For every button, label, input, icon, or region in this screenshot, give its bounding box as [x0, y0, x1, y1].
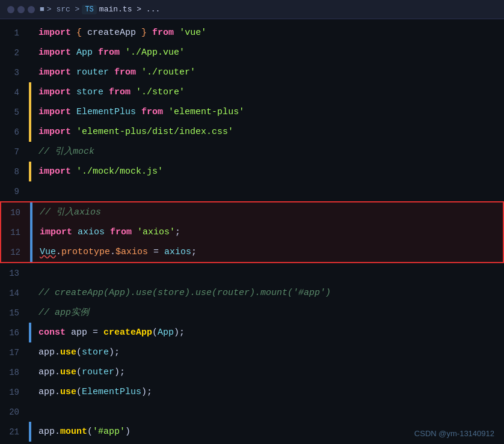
- code-line: 1import { createApp } from 'vue': [0, 23, 504, 43]
- line-number: 6: [0, 127, 29, 137]
- code-line: 20: [0, 402, 504, 422]
- line-code: // app实例: [31, 303, 89, 323]
- line-code: import axios from 'axios';: [32, 222, 180, 242]
- code-line: 4import store from './store': [0, 82, 504, 102]
- code-line: 6import 'element-plus/dist/index.css': [0, 122, 504, 142]
- line-number: 5: [0, 108, 29, 117]
- line-number: 1: [0, 28, 29, 38]
- breadcrumb-folder: ■: [40, 5, 45, 14]
- line-code: app.use(ElementPlus);: [31, 382, 152, 402]
- line-code: const app = createApp(App);: [31, 323, 185, 342]
- line-number: 13: [0, 269, 29, 278]
- line-number: 2: [0, 48, 29, 58]
- line-indicator: [29, 402, 31, 422]
- line-number: 3: [0, 68, 29, 78]
- line-code: import router from './router': [31, 62, 195, 82]
- line-code: // 引入mock: [31, 142, 94, 162]
- line-code: // 引入axios: [32, 202, 101, 222]
- code-line: 7// 引入mock: [0, 142, 504, 162]
- line-code: import ElementPlus from 'element-plus': [31, 102, 244, 122]
- line-number: 9: [0, 187, 29, 196]
- line-number: 4: [0, 88, 29, 97]
- line-number: 14: [0, 288, 29, 298]
- code-line: 2import App from './App.vue': [0, 43, 504, 62]
- code-line: 11import axios from 'axios';: [0, 222, 504, 242]
- code-line: 9: [0, 181, 504, 201]
- breadcrumb-filename: main.ts > ...: [99, 5, 160, 14]
- line-indicator: [29, 263, 31, 283]
- line-indicator: [29, 181, 31, 201]
- code-line: 16const app = createApp(App);: [0, 323, 504, 342]
- code-line: 12Vue.prototype.$axios = axios;: [0, 242, 504, 263]
- line-code: // createApp(App).use(store).use(router)…: [31, 283, 331, 303]
- code-line: 13: [0, 263, 504, 283]
- code-line: 14// createApp(App).use(store).use(route…: [0, 283, 504, 303]
- code-line: 19app.use(ElementPlus);: [0, 382, 504, 402]
- line-number: 7: [0, 147, 29, 157]
- line-code: import { createApp } from 'vue': [31, 23, 206, 43]
- line-code: import App from './App.vue': [31, 43, 185, 62]
- code-line: 10// 引入axios: [0, 201, 504, 222]
- code-line: 8import './mock/mock.js': [0, 162, 504, 181]
- breadcrumb-ts-label: TS: [82, 5, 96, 14]
- breadcrumb: ■ > src > TS main.ts > ...: [40, 5, 160, 14]
- line-number: 20: [0, 407, 29, 417]
- titlebar: ■ > src > TS main.ts > ...: [0, 0, 504, 19]
- code-line: 15// app实例: [0, 303, 504, 323]
- line-code: app.use(store);: [31, 342, 120, 362]
- line-number: 8: [0, 167, 29, 177]
- line-number: 19: [0, 388, 29, 397]
- line-number: 12: [1, 248, 30, 257]
- line-code: import 'element-plus/dist/index.css': [31, 122, 233, 142]
- code-line: 17app.use(store);: [0, 342, 504, 362]
- code-line: 3import router from './router': [0, 62, 504, 82]
- watermark: CSDN @ym-13140912: [414, 429, 494, 438]
- line-number: 18: [0, 368, 29, 377]
- line-number: 15: [0, 308, 29, 318]
- breadcrumb-src: > src >: [47, 5, 80, 14]
- line-code: import './mock/mock.js': [31, 162, 163, 181]
- code-line: 5import ElementPlus from 'element-plus': [0, 102, 504, 122]
- line-code: Vue.prototype.$axios = axios;: [32, 242, 197, 262]
- code-area: 1import { createApp } from 'vue'2import …: [0, 19, 504, 444]
- line-code: import store from './store': [31, 82, 185, 102]
- code-line: 18app.use(router);: [0, 362, 504, 382]
- line-number: 10: [1, 208, 30, 217]
- line-number: 17: [0, 348, 29, 357]
- line-number: 21: [0, 427, 29, 437]
- line-number: 11: [1, 228, 30, 237]
- line-code: app.use(router);: [31, 362, 125, 382]
- line-number: 16: [0, 328, 29, 338]
- line-code: app.mount('#app'): [31, 422, 131, 442]
